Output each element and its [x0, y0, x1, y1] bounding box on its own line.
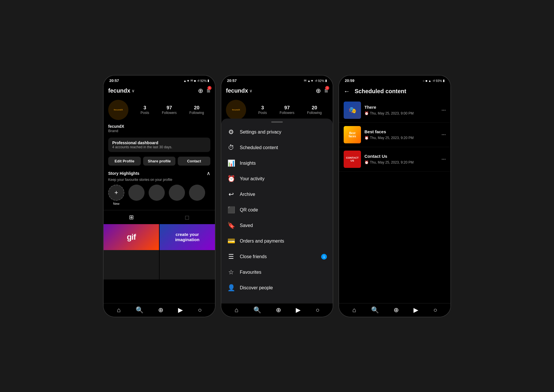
menu-items-list: ⚙ Settings and privacy ⏱ Scheduled conte…: [221, 124, 333, 296]
profile-icon-2[interactable]: ○: [316, 306, 319, 314]
pro-dashboard-card[interactable]: Professional dashboard 4 accounts reache…: [108, 138, 210, 152]
stat-following[interactable]: 20 Following: [189, 105, 204, 115]
menu-item-your-activity[interactable]: ⏰ Your activity: [221, 171, 333, 187]
followers-label: Followers: [162, 111, 177, 115]
stat-followers[interactable]: 97 Followers: [162, 105, 177, 115]
highlight-circle-3: [169, 185, 185, 201]
search-icon-2[interactable]: 🔍: [253, 306, 261, 314]
sched-time-1: ⏰ Thu, May 25, 2023, 9:00 PM: [364, 111, 438, 115]
highlight-new[interactable]: + New: [108, 185, 124, 205]
scheduled-item-1[interactable]: 🎭 There ⏰ Thu, May 25, 2023, 9:00 PM ···: [339, 98, 450, 123]
highlight-circle-4: [189, 185, 205, 201]
reels-icon-2[interactable]: ▶: [296, 306, 301, 314]
clock-icon-1: ⏰: [364, 111, 369, 115]
pro-dashboard-subtitle: 4 accounts reached in the last 30 days.: [112, 145, 206, 149]
highlight-1[interactable]: [128, 185, 145, 205]
post-thumb-2[interactable]: create yourimagination: [160, 224, 215, 280]
bottom-nav-3: ⌂ 🔍 ⊕ ▶ ○: [339, 303, 450, 317]
tagged-tab[interactable]: ◻: [159, 210, 215, 224]
menu-item-scheduled-content[interactable]: ⏱ Scheduled content: [221, 140, 333, 155]
bg-chevron-icon: ∨: [249, 89, 252, 93]
bg-stat-posts: 3 Posts: [258, 105, 267, 115]
bg-avatar: fecundX: [226, 100, 246, 120]
menu-item-qr-code[interactable]: ⬛ QR code: [221, 202, 333, 218]
profile-username[interactable]: fecundx ∨: [108, 87, 134, 94]
profile-icon[interactable]: ○: [198, 306, 202, 314]
scheduled-item-3[interactable]: CONTACTUS Contact Us ⏰ Thu, May 25, 2023…: [339, 147, 450, 172]
bg-following-label: Following: [307, 111, 322, 115]
menu-item-label: Scheduled content: [240, 145, 327, 150]
menu-item-icon: 🔖: [227, 222, 235, 229]
add-icon[interactable]: ⊕: [158, 306, 163, 314]
stat-posts[interactable]: 3 Posts: [141, 105, 149, 115]
menu-item-icon: ↩: [227, 191, 235, 198]
search-icon[interactable]: 🔍: [136, 306, 143, 314]
menu-item-archive[interactable]: ↩ Archive: [221, 187, 333, 202]
menu-item-insights[interactable]: 📊 Insights: [221, 155, 333, 171]
profile-icon-3[interactable]: ○: [433, 306, 437, 314]
highlight-circle-1: [128, 185, 145, 201]
edit-profile-button[interactable]: Edit Profile: [108, 157, 141, 166]
status-bar-3: 20:59 ○■▲·ıll93%▮: [339, 76, 450, 85]
sched-time-2: ⏰ Thu, May 25, 2023, 9:20 PM: [364, 136, 438, 140]
status-time-2: 20:57: [227, 78, 237, 83]
contact-button[interactable]: Contact: [178, 157, 210, 166]
menu-item-close-friends[interactable]: ☰ Close friends 1: [221, 249, 333, 265]
sched-more-1[interactable]: ···: [441, 107, 446, 113]
notification-badge: 1: [207, 86, 212, 90]
add-icon-2[interactable]: ⊕: [276, 306, 281, 314]
highlight-4[interactable]: [189, 185, 205, 205]
screen-3: ← Scheduled content 🎭 There ⏰ Thu, May 2…: [339, 85, 450, 303]
phone-3: 20:59 ○■▲·ıll93%▮ ← Scheduled content 🎭 …: [338, 75, 451, 317]
add-post-icon[interactable]: ⊕: [198, 87, 203, 95]
menu-item-label: Your activity: [240, 176, 327, 181]
reels-icon-3[interactable]: ▶: [413, 306, 418, 314]
menu-icon[interactable]: ≡ 1: [207, 87, 210, 95]
profile-avatar: fecundX: [108, 100, 128, 120]
status-icons-3: ○■▲·ıll93%▮: [423, 79, 445, 82]
sched-more-2[interactable]: ···: [441, 132, 446, 138]
menu-item-icon: ⏰: [227, 175, 235, 183]
menu-handle: [271, 121, 283, 123]
menu-item-icon: 📊: [227, 160, 235, 167]
grid-tab[interactable]: ⊞: [104, 210, 159, 224]
sched-thumb-2: Bestfaces: [344, 126, 361, 143]
menu-item-discover-people[interactable]: 👤 Discover people: [221, 280, 333, 296]
thumb-content-3: CONTACTUS: [344, 151, 361, 168]
highlight-3[interactable]: [169, 185, 185, 205]
status-time-1: 20:57: [109, 78, 119, 83]
sched-more-3[interactable]: ···: [441, 156, 446, 162]
post-thumb-1[interactable]: gif: [104, 224, 159, 280]
menu-item-favourites[interactable]: ☆ Favourites: [221, 265, 333, 280]
bg-menu-icon: ≡ 1: [324, 87, 328, 95]
nav-icons-row: ⊕ ≡ 1: [198, 87, 210, 95]
home-icon-3[interactable]: ⌂: [352, 306, 356, 314]
highlights-collapse-icon[interactable]: ∧: [207, 170, 210, 177]
menu-item-icon: ⚙: [227, 128, 235, 136]
highlight-2[interactable]: [149, 185, 165, 205]
sched-name-1: There: [364, 105, 438, 110]
sched-name-3: Contact Us: [364, 154, 438, 159]
home-icon-2[interactable]: ⌂: [235, 306, 238, 314]
thumb-content-1: 🎭: [344, 102, 361, 119]
scheduled-item-2[interactable]: Bestfaces Best faces ⏰ Thu, May 25, 2023…: [339, 123, 450, 147]
add-icon-3[interactable]: ⊕: [394, 306, 399, 314]
bg-followers-label: Followers: [280, 111, 294, 115]
bg-badge: 1: [325, 86, 329, 90]
menu-item-orders-and-payments[interactable]: 💳 Orders and payments: [221, 233, 333, 249]
highlight-new-circle: +: [108, 185, 124, 201]
bg-username: fecundx ∨: [226, 87, 252, 94]
menu-item-saved[interactable]: 🔖 Saved: [221, 218, 333, 233]
search-icon-3[interactable]: 🔍: [371, 306, 379, 314]
followers-count: 97: [166, 105, 172, 111]
back-button[interactable]: ←: [344, 88, 350, 95]
screen-1: fecundx ∨ ⊕ ≡ 1 fecundX 3: [104, 85, 215, 303]
clock-icon-2: ⏰: [364, 136, 369, 140]
share-profile-button[interactable]: Share profile: [143, 157, 176, 166]
following-label: Following: [189, 111, 204, 115]
home-icon[interactable]: ⌂: [117, 306, 121, 314]
status-time-3: 20:59: [345, 78, 354, 83]
bg-nav-icons: ⊕ ≡ 1: [316, 87, 328, 95]
menu-item-settings-and-privacy[interactable]: ⚙ Settings and privacy: [221, 124, 333, 140]
reels-icon[interactable]: ▶: [178, 306, 183, 314]
